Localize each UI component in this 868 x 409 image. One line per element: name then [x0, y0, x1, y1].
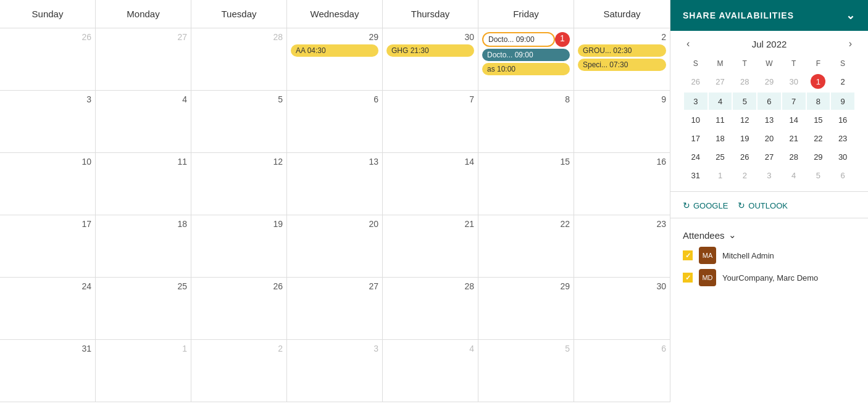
table-row[interactable]: 13 [287, 153, 383, 215]
mini-cal-day-cell[interactable]: 28 [782, 148, 806, 165]
attendee-checkbox[interactable]: ✓ [683, 273, 693, 283]
mini-cal-day-cell[interactable]: 9 [831, 93, 854, 110]
mini-cal-day-cell[interactable]: 3 [684, 93, 707, 110]
mini-cal-day-cell[interactable]: 5 [807, 167, 830, 184]
mini-cal-day-cell[interactable]: 4 [709, 93, 732, 110]
mini-cal-day-S: S [831, 57, 854, 70]
event-pill[interactable]: Docto... 09:00 [482, 49, 570, 61]
mini-cal-day-cell[interactable]: 2 [733, 167, 756, 184]
mini-cal-day-cell[interactable]: 29 [757, 72, 781, 91]
mini-cal-day-cell[interactable]: 17 [684, 130, 707, 147]
event-pill[interactable]: GROU... 02:30 [578, 44, 666, 57]
mini-cal-day-cell[interactable]: 11 [709, 111, 732, 128]
mini-cal-day-cell[interactable]: 19 [733, 130, 756, 147]
table-row[interactable]: 24 [0, 278, 96, 339]
table-row[interactable]: 16 [574, 153, 670, 215]
mini-cal-day-cell[interactable]: 18 [709, 130, 732, 147]
mini-cal-day-cell[interactable]: 5 [733, 93, 756, 110]
mini-cal-day-cell[interactable]: 27 [757, 148, 781, 165]
table-row[interactable]: 7 [383, 91, 478, 152]
mini-cal-day-cell[interactable]: 14 [782, 111, 806, 128]
mini-cal-day-cell[interactable]: 30 [831, 148, 854, 165]
attendee-checkbox[interactable]: ✓ [683, 250, 693, 260]
table-row[interactable]: 1Docto... 09:00Docto... 09:00as 10:00 [478, 28, 574, 90]
table-row[interactable]: 22 [478, 215, 574, 277]
table-row[interactable]: 15 [478, 153, 574, 215]
table-row[interactable]: 6 [574, 340, 670, 402]
mini-cal-day-cell[interactable]: 21 [782, 130, 806, 147]
table-row[interactable]: 10 [0, 153, 96, 215]
table-row[interactable]: 2 [191, 340, 287, 402]
mini-cal-day-cell[interactable]: 15 [807, 111, 830, 128]
mini-cal-day-cell[interactable]: 1 [709, 167, 732, 184]
event-pill[interactable]: Speci... 07:30 [578, 59, 666, 71]
mini-cal-day-cell[interactable]: 4 [782, 167, 806, 184]
table-row[interactable]: 17 [0, 215, 96, 277]
table-row[interactable]: 28 [383, 278, 478, 339]
mini-cal-day-cell[interactable]: 6 [757, 93, 781, 110]
table-row[interactable]: 5 [478, 340, 574, 402]
mini-cal-day-cell[interactable]: 23 [831, 130, 854, 147]
mini-cal-day-cell[interactable]: 22 [807, 130, 830, 147]
table-row[interactable]: 29AA 04:30 [287, 28, 383, 90]
table-row[interactable]: 12 [191, 153, 287, 215]
table-row[interactable]: 4 [383, 340, 478, 402]
mini-cal-day-cell[interactable]: 29 [807, 148, 830, 165]
mini-cal-day-cell[interactable]: 26 [684, 72, 707, 91]
table-row[interactable]: 30 [574, 278, 670, 339]
mini-cal-day-cell[interactable]: 8 [807, 93, 830, 110]
table-row[interactable]: 8 [478, 91, 574, 152]
mini-cal-day-cell[interactable]: 24 [684, 148, 707, 165]
mini-cal-day-cell[interactable]: 12 [733, 111, 756, 128]
table-row[interactable]: 2GROU... 02:30Speci... 07:30 [574, 28, 670, 90]
table-row[interactable]: 23 [574, 215, 670, 277]
event-pill[interactable]: as 10:00 [482, 63, 570, 75]
table-row[interactable]: 9 [574, 91, 670, 152]
mini-cal-day-cell[interactable]: 13 [757, 111, 781, 128]
table-row[interactable]: 11 [96, 153, 191, 215]
mini-cal-day-cell[interactable]: 3 [757, 167, 781, 184]
mini-cal-day-cell[interactable]: 2 [831, 72, 854, 91]
share-availabilities-button[interactable]: SHARE AVAILABILITIES ⌄ [670, 0, 868, 31]
table-row[interactable]: 4 [96, 91, 191, 152]
table-row[interactable]: 28 [191, 28, 287, 90]
next-month-button[interactable]: › [845, 37, 856, 51]
mini-cal-day-cell[interactable]: 26 [733, 148, 756, 165]
table-row[interactable]: 14 [383, 153, 478, 215]
event-pill[interactable]: GHG 21:30 [386, 44, 474, 57]
event-pill[interactable]: AA 04:30 [291, 44, 378, 57]
table-row[interactable]: 21 [383, 215, 478, 277]
mini-cal-day-cell[interactable]: 7 [782, 93, 806, 110]
mini-cal-day-cell[interactable]: 27 [709, 72, 732, 91]
mini-cal-day-cell[interactable]: 30 [782, 72, 806, 91]
mini-cal-day-cell[interactable]: 1 [807, 72, 830, 91]
table-row[interactable]: 1 [96, 340, 191, 402]
table-row[interactable]: 3 [0, 91, 96, 152]
table-row[interactable]: 19 [191, 215, 287, 277]
table-row[interactable]: 20 [287, 215, 383, 277]
table-row[interactable]: 26 [0, 28, 96, 90]
mini-cal-day-cell[interactable]: 25 [709, 148, 732, 165]
table-row[interactable]: 5 [191, 91, 287, 152]
table-row[interactable]: 6 [287, 91, 383, 152]
table-row[interactable]: 27 [96, 28, 191, 90]
mini-cal-day-cell[interactable]: 16 [831, 111, 854, 128]
google-link[interactable]: ↻ GOOGLE [683, 200, 728, 210]
mini-cal-day-cell[interactable]: 20 [757, 130, 781, 147]
table-row[interactable]: 18 [96, 215, 191, 277]
mini-cal-day-cell[interactable]: 10 [684, 111, 707, 128]
table-row[interactable]: 26 [191, 278, 287, 339]
table-row[interactable]: 3 [287, 340, 383, 402]
mini-cal-day-cell[interactable]: 6 [831, 167, 854, 184]
attendees-label[interactable]: Attendees ⌄ [683, 229, 856, 241]
table-row[interactable]: 25 [96, 278, 191, 339]
prev-month-button[interactable]: ‹ [683, 37, 693, 51]
table-row[interactable]: 30GHG 21:30 [383, 28, 478, 90]
table-row[interactable]: 27 [287, 278, 383, 339]
table-row[interactable]: 29 [478, 278, 574, 339]
table-row[interactable]: 31 [0, 340, 96, 402]
mini-cal-day-cell[interactable]: 31 [684, 167, 707, 184]
outlook-link[interactable]: ↻ OUTLOOK [738, 200, 788, 210]
event-pill[interactable]: Docto... 09:00 [482, 32, 555, 47]
mini-cal-day-cell[interactable]: 28 [733, 72, 756, 91]
